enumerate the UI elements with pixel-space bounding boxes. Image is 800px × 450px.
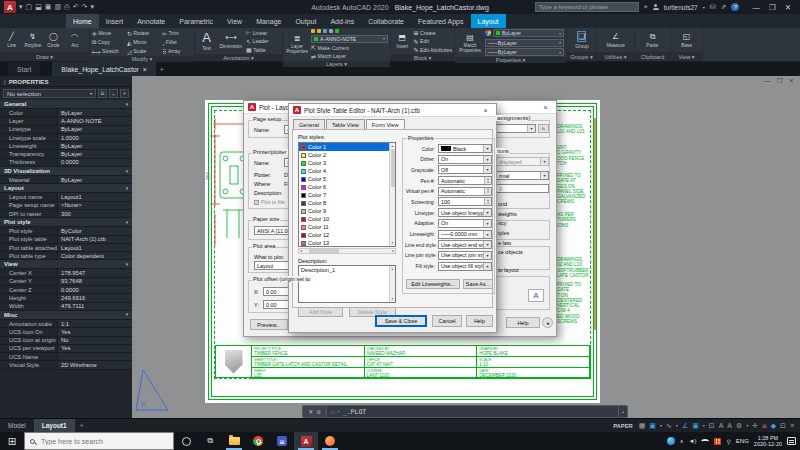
modify-tool-button[interactable]: ◞ Fillet: [162, 38, 196, 46]
property-row[interactable]: Plot style ByColor: [0, 227, 132, 235]
help-icon[interactable]: ?: [731, 3, 739, 11]
plot-option-label[interactable]: ce objects: [498, 250, 523, 256]
plot-option-label[interactable]: e last: [498, 241, 523, 247]
chrome-button[interactable]: [246, 432, 270, 450]
property-row[interactable]: Transparency ByLayer: [0, 150, 132, 158]
editor-titlebar[interactable]: A Plot Style Table Editor - NAIT-Arch (1…: [289, 104, 496, 117]
qat-icon[interactable]: ▣: [45, 2, 52, 12]
ribbon-tab[interactable]: Parametric: [172, 14, 220, 28]
plot-option-label[interactable]: und: [498, 202, 523, 208]
add-style-button[interactable]: Add Style: [298, 307, 343, 317]
property-row[interactable]: UCS per viewport Yes: [0, 345, 132, 353]
ribbon-tab[interactable]: Collaborate: [361, 14, 411, 28]
property-row[interactable]: Linetype ByLayer: [0, 126, 132, 134]
clipboard-panel-title[interactable]: Clipboard: [635, 52, 670, 61]
property-field-control[interactable]: Use object linetype ▾ ▴▾: [438, 208, 492, 217]
scroll-thumb[interactable]: [391, 149, 395, 187]
keyword-search-input[interactable]: [535, 2, 639, 12]
paper-space-label[interactable]: PAPER: [613, 423, 633, 429]
tray-expand-icon[interactable]: ∧: [680, 438, 684, 444]
property-row[interactable]: General: [0, 100, 132, 109]
modify-tool-button[interactable]: ⟷ Stretch: [92, 47, 126, 55]
modify-tool-button[interactable]: ✂ Trim: [162, 29, 196, 37]
property-row[interactable]: Thickness 0.0000: [0, 159, 132, 167]
annotation-panel-title[interactable]: Annotation ▾: [195, 54, 282, 61]
measure-button[interactable]: ∠ Measure: [606, 32, 625, 48]
match-layer-button[interactable]: ⇄ Match Layer: [311, 53, 388, 60]
property-field-control[interactable]: Automatic ▾ ▴▾: [438, 176, 492, 185]
plot-style-item[interactable]: Color 3: [299, 159, 389, 167]
plot-dialog-close-icon[interactable]: ×: [539, 104, 552, 111]
doc-restore-button[interactable]: ❐: [777, 77, 783, 85]
paste-button[interactable]: ⧉ Paste: [643, 32, 662, 48]
plot-styles-listbox[interactable]: Color 1 Color 2 Color 3: [298, 142, 396, 247]
edit-lineweights-button[interactable]: Edit Lineweights...: [406, 279, 460, 289]
property-row[interactable]: UCS icon at origin No: [0, 337, 132, 345]
scroll-down-icon[interactable]: ▾: [390, 296, 395, 302]
plot-style-item[interactable]: Color 1: [299, 143, 389, 151]
property-field-control[interactable]: Off ▾ ▴▾: [438, 165, 492, 174]
property-field-control[interactable]: 0.0000 mm ▾ ▴▾: [438, 230, 492, 239]
plot-style-item[interactable]: Color 5: [299, 175, 389, 183]
ms-app-button[interactable]: ⊞: [270, 432, 294, 450]
scroll-up-icon[interactable]: ▴: [390, 266, 395, 272]
block-tool-button[interactable]: ✎ Edit Attributes: [413, 46, 452, 53]
ribbon-tab[interactable]: Layout: [471, 14, 506, 28]
shade-plot-dropdown[interactable]: displayed▾: [496, 157, 549, 166]
layer-color-icon[interactable]: [335, 29, 339, 33]
share-icon[interactable]: ⇗: [721, 3, 727, 11]
app-store-icon[interactable]: ⛁: [710, 3, 716, 11]
plot-style-item[interactable]: Color 7: [299, 191, 389, 199]
scroll-left-icon[interactable]: ◂: [299, 249, 303, 253]
quick-select-icon[interactable]: ⌖: [120, 89, 129, 98]
dpi-field[interactable]: 0: [496, 184, 549, 193]
layer-lock-icon[interactable]: [329, 29, 333, 33]
toggle-pickadd-icon[interactable]: ⧉: [98, 89, 107, 98]
modify-tool-button[interactable]: ⠿ Array: [162, 47, 196, 55]
status-icon[interactable]: ▾: [676, 421, 678, 431]
property-row[interactable]: Color ByLayer: [0, 109, 132, 117]
ribbon-tab[interactable]: Home: [66, 14, 99, 28]
scroll-down-icon[interactable]: ▾: [390, 240, 395, 246]
property-field-control[interactable]: Use object join style ▾ ▴▾: [438, 251, 492, 260]
model-tab[interactable]: Model: [0, 419, 34, 432]
ribbon-tab[interactable]: Annotate: [130, 14, 172, 28]
layer-freeze-icon[interactable]: [323, 29, 327, 33]
command-line[interactable]: ✕ ⚙ ▭ ▾ _.PLOT ▴: [302, 405, 628, 418]
modify-tool-button[interactable]: ✛ Move: [92, 29, 126, 37]
property-row[interactable]: Annotation scale 1:1: [0, 320, 132, 328]
property-field-control[interactable]: 100 ▾ ▴▾: [438, 197, 492, 206]
listbox-vscrollbar[interactable]: ▴ ▾: [389, 143, 395, 246]
property-row[interactable]: UCS Name: [0, 353, 132, 361]
tray-app-icon[interactable]: [714, 438, 721, 445]
preview-button[interactable]: Preview...: [250, 319, 288, 330]
status-icon[interactable]: ⊡: [780, 421, 786, 431]
plot-style-table-dropdown[interactable]: ▾: [496, 124, 536, 133]
status-icon[interactable]: ▣: [649, 421, 656, 431]
property-field-control[interactable]: On ▾ ▴▾: [438, 219, 492, 228]
new-document-tab-button[interactable]: +: [156, 62, 168, 76]
modify-tool-button[interactable]: ↻ Rotate: [127, 29, 161, 37]
property-row[interactable]: Layer A-ANNO-NOTE: [0, 117, 132, 125]
make-current-button[interactable]: ⇱ Make Current: [311, 44, 388, 51]
cortana-button[interactable]: [174, 432, 198, 450]
property-row[interactable]: Material ByLayer: [0, 176, 132, 184]
select-objects-icon[interactable]: ＋: [109, 89, 118, 98]
close-icon[interactable]: ✕: [308, 408, 313, 415]
status-icon[interactable]: A: [727, 421, 732, 431]
property-row[interactable]: Plot table attached... Layout1: [0, 244, 132, 252]
qat-icon[interactable]: ⎙: [64, 2, 70, 12]
plot-style-item[interactable]: Color 13: [299, 239, 389, 247]
hscroll-thumb[interactable]: [309, 249, 339, 253]
match-properties-button[interactable]: ▤ Match Properties: [457, 33, 483, 53]
speaker-icon[interactable]: ◄): [689, 438, 697, 444]
status-icon[interactable]: ✛: [752, 421, 758, 431]
qat-icon[interactable]: ▢: [26, 2, 33, 12]
network-globe-icon[interactable]: [667, 437, 675, 445]
document-tab[interactable]: Blake_Hope_LatchCastor ×: [52, 62, 155, 76]
ribbon-tab[interactable]: Add-ins: [323, 14, 361, 28]
draw-tool-button[interactable]: ↯ Polyline: [23, 32, 42, 48]
doc-close-button[interactable]: ✕: [789, 77, 794, 85]
user-caret-icon[interactable]: ▾: [703, 5, 705, 10]
listbox-hscrollbar[interactable]: ◂ ▸: [298, 248, 396, 254]
